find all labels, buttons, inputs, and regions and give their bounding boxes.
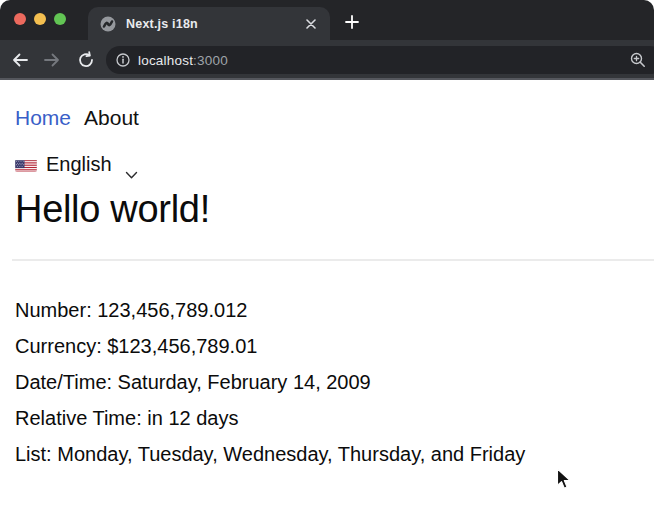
tab-title: Next.js i18n bbox=[126, 17, 303, 31]
nav-link-about[interactable]: About bbox=[84, 106, 139, 130]
page-title: Hello world! bbox=[15, 188, 654, 231]
chevron-down-icon bbox=[125, 162, 138, 171]
url-text[interactable]: localhost:3000 bbox=[138, 53, 228, 68]
us-flag-icon bbox=[15, 157, 37, 172]
language-selector[interactable]: English bbox=[15, 153, 654, 176]
new-tab-button[interactable] bbox=[343, 13, 361, 31]
macos-traffic-lights bbox=[14, 13, 66, 25]
relative-time-line: Relative Time: in 12 days bbox=[15, 400, 654, 436]
window-minimize-button[interactable] bbox=[34, 13, 46, 25]
site-info-icon[interactable] bbox=[116, 53, 130, 67]
currency-line: Currency: $123,456,789.01 bbox=[15, 328, 654, 364]
forward-button[interactable] bbox=[43, 51, 61, 69]
browser-window: Next.js i18n bbox=[0, 0, 654, 532]
address-bar[interactable]: localhost:3000 bbox=[106, 46, 654, 74]
browser-titlebar: Next.js i18n bbox=[0, 0, 654, 40]
nextjs-favicon-icon bbox=[100, 16, 116, 32]
tab-close-icon[interactable] bbox=[303, 16, 319, 32]
reload-button[interactable] bbox=[77, 51, 95, 69]
mouse-cursor-icon bbox=[556, 468, 572, 490]
formatted-values-list: Number: 123,456,789.012 Currency: $123,4… bbox=[15, 292, 654, 472]
divider bbox=[12, 259, 654, 261]
browser-tab[interactable]: Next.js i18n bbox=[88, 7, 330, 40]
datetime-line: Date/Time: Saturday, February 14, 2009 bbox=[15, 364, 654, 400]
back-button[interactable] bbox=[11, 51, 29, 69]
zoom-icon[interactable] bbox=[630, 52, 646, 68]
number-line: Number: 123,456,789.012 bbox=[15, 292, 654, 328]
url-port: :3000 bbox=[193, 53, 228, 68]
window-zoom-button[interactable] bbox=[54, 13, 66, 25]
language-selector-label: English bbox=[46, 153, 112, 176]
page-content: Home About bbox=[0, 82, 654, 532]
list-line: List: Monday, Tuesday, Wednesday, Thursd… bbox=[15, 436, 654, 472]
main-nav: Home About bbox=[15, 106, 654, 130]
nav-link-home[interactable]: Home bbox=[15, 106, 71, 130]
window-close-button[interactable] bbox=[14, 13, 26, 25]
browser-toolbar: localhost:3000 bbox=[0, 40, 654, 80]
url-host: localhost bbox=[138, 53, 193, 68]
